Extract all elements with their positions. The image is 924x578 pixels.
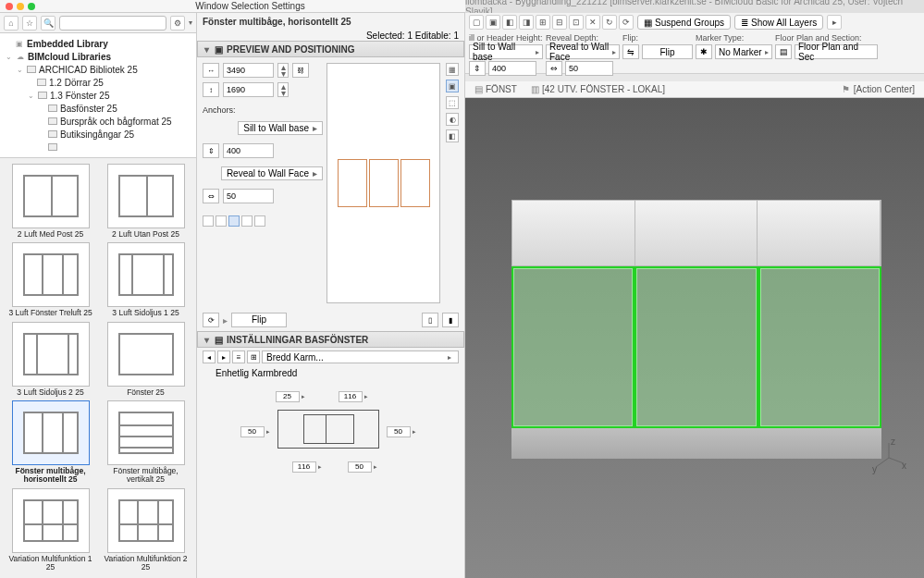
- tree-item-dorrar[interactable]: 1.2 Dörrar 25: [0, 76, 196, 89]
- dim-input[interactable]: 116: [292, 461, 316, 473]
- selected-window-pane[interactable]: [634, 266, 758, 428]
- selected-window-pane[interactable]: [758, 266, 881, 428]
- reveal-anchor-dropdown[interactable]: Reveal to Wall Face▸: [221, 166, 323, 180]
- tree-item-butiks[interactable]: Butiksingångar 25: [0, 128, 196, 141]
- toolbar-icon[interactable]: ▢: [469, 15, 484, 30]
- toolbar-icon[interactable]: ▣: [486, 15, 500, 30]
- library-item[interactable]: 2 Luft Utan Post 25: [101, 164, 191, 239]
- view-icon[interactable]: ▮: [442, 313, 459, 327]
- view-tab[interactable]: ▤FÖNSTER]: [471, 82, 517, 97]
- show-all-layers-button[interactable]: ≣ Show All Layers: [734, 15, 823, 30]
- preview-mode-icon[interactable]: ⬚: [446, 96, 459, 109]
- library-item[interactable]: Variation Multifunktion 1 25: [6, 488, 95, 572]
- width-input[interactable]: [223, 63, 274, 78]
- axis-gizmo[interactable]: zxy: [870, 439, 907, 476]
- anchor-pos[interactable]: [241, 215, 253, 227]
- anchor-pos[interactable]: [216, 215, 227, 227]
- section-installningar[interactable]: ▾ ▤ Inställningar Basfönster: [197, 331, 464, 348]
- library-item[interactable]: 3 Luft Sidoljus 2 25: [6, 322, 95, 397]
- view-tab[interactable]: ▥[42 UTV. FÖNSTER - LOKAL]: [526, 82, 669, 97]
- library-mode-icon[interactable]: ⌂: [4, 16, 18, 31]
- library-search-input[interactable]: [59, 16, 166, 31]
- close-icon[interactable]: [6, 3, 13, 10]
- library-item[interactable]: 2 Luft Med Post 25: [6, 164, 95, 239]
- library-item[interactable]: Variation Multifunktion 2 25: [101, 488, 191, 572]
- tree-item-archicad[interactable]: ⌄ARCHICAD Bibliotek 25: [0, 63, 196, 76]
- toolbar-icon[interactable]: ↻: [602, 15, 617, 30]
- preview-mode-icon[interactable]: ▦: [446, 63, 459, 76]
- toolbar-icon[interactable]: ✕: [585, 15, 600, 30]
- flip-button[interactable]: Flip: [231, 313, 287, 327]
- library-item[interactable]: 3 Luft Sidoljus 1 25: [101, 242, 191, 317]
- library-item[interactable]: 3 Luft Fönster Treluft 25: [6, 242, 95, 317]
- library-item[interactable]: Fönster multibåge, vertikalt 25: [101, 400, 191, 485]
- param-path-dropdown[interactable]: Bredd Karm...▸: [262, 350, 459, 363]
- zoom-icon[interactable]: [28, 3, 35, 10]
- preview-mode-icon[interactable]: ◧: [446, 129, 459, 142]
- reveal-depth-input[interactable]: [565, 61, 613, 76]
- sill-mode-dropdown[interactable]: Sill to Wall base▸: [469, 44, 543, 59]
- preview-mode-icon[interactable]: ▣: [446, 80, 459, 92]
- 3d-viewport[interactable]: zxy: [465, 98, 924, 578]
- view-icon[interactable]: ▯: [422, 313, 438, 327]
- section-preview-positioning[interactable]: ▾ ▣ Preview and Positioning: [197, 41, 464, 57]
- action-center-tab[interactable]: ⚑[Action Center]: [838, 82, 918, 97]
- reveal-anchor-input[interactable]: [223, 189, 274, 203]
- floorplan-section-button[interactable]: Floor Plan and Sec: [795, 44, 878, 59]
- window-controls: [0, 3, 35, 10]
- link-icon[interactable]: ⛓: [292, 63, 309, 78]
- marker-type-dropdown[interactable]: No Marker▸: [715, 44, 772, 59]
- toolbar-icon[interactable]: ◧: [502, 15, 517, 30]
- tree-item-basfonster[interactable]: Basfönster 25: [0, 102, 196, 115]
- param-row[interactable]: Enhetlig Karmbredd: [197, 366, 464, 380]
- anchor-pos[interactable]: [203, 215, 214, 227]
- toolbar-icon[interactable]: ⊟: [552, 15, 567, 30]
- collapse-icon[interactable]: ⌄: [4, 52, 13, 61]
- param-icon[interactable]: ⊞: [247, 350, 260, 363]
- library-settings-icon[interactable]: ⚙: [170, 16, 185, 31]
- favorite-icon[interactable]: ☆: [22, 16, 37, 31]
- minimize-icon[interactable]: [17, 3, 24, 10]
- anchor-pos[interactable]: [254, 215, 265, 227]
- collapse-icon[interactable]: ⌄: [26, 91, 35, 100]
- anchor-pos[interactable]: [228, 215, 240, 227]
- toolbar-icon[interactable]: ▸: [827, 15, 842, 30]
- tree-item-burspark[interactable]: Burspråk och bågformat 25: [0, 115, 196, 128]
- tree-item-more[interactable]: [0, 141, 196, 154]
- suspend-groups-button[interactable]: ▦ Suspend Groups: [637, 15, 731, 30]
- toolbar-icon[interactable]: ⊡: [569, 15, 584, 30]
- sill-anchor-dropdown[interactable]: Sill to Wall base▸: [238, 121, 323, 135]
- sill-anchor-input[interactable]: [223, 143, 274, 158]
- sill-height-input[interactable]: [488, 61, 536, 76]
- toolbar-icon[interactable]: ◨: [519, 15, 534, 30]
- width-stepper[interactable]: ▴▾: [277, 63, 289, 78]
- collapse-icon[interactable]: ⌄: [15, 65, 24, 74]
- height-stepper[interactable]: ▴▾: [277, 82, 289, 97]
- dim-input[interactable]: 50: [387, 426, 411, 437]
- dim-input[interactable]: 25: [276, 391, 300, 402]
- dim-input[interactable]: 50: [240, 426, 265, 437]
- tree-item-bimcloud[interactable]: ⌄☁BIMcloud Libraries: [0, 50, 196, 63]
- reveal-depth-icon: ⇔: [546, 61, 562, 76]
- dim-input[interactable]: 50: [348, 461, 372, 473]
- dim-input[interactable]: 116: [339, 391, 363, 402]
- flip-button[interactable]: Flip: [642, 44, 693, 59]
- library-item[interactable]: Fönster 25: [101, 322, 191, 397]
- marker-icon: ✱: [696, 44, 712, 59]
- nav-back-icon[interactable]: ◂: [203, 350, 216, 363]
- tree-item-embedded[interactable]: ▣Embedded Library: [0, 37, 196, 50]
- toolbar-icon[interactable]: ⟳: [619, 15, 634, 30]
- toolbar-icon[interactable]: ⊞: [536, 15, 550, 30]
- height-input[interactable]: [223, 82, 274, 97]
- orbit-icon[interactable]: ⟳: [203, 313, 219, 327]
- tree-item-fonster[interactable]: ⌄1.3 Fönster 25: [0, 89, 196, 102]
- chevron-down-icon[interactable]: ▾: [189, 18, 192, 27]
- nav-list-icon[interactable]: ≡: [232, 350, 245, 363]
- nav-fwd-icon[interactable]: ▸: [217, 350, 230, 363]
- selected-window-pane[interactable]: [511, 266, 634, 428]
- search-icon[interactable]: 🔍: [41, 16, 55, 31]
- reveal-mode-dropdown[interactable]: Reveal to Wall Face▸: [546, 44, 620, 59]
- library-item[interactable]: Fönster multibåge, horisontellt 25: [6, 400, 95, 485]
- preview-mode-icon[interactable]: ◐: [446, 113, 459, 126]
- library-tree: ▣Embedded Library ⌄☁BIMcloud Libraries ⌄…: [0, 33, 196, 158]
